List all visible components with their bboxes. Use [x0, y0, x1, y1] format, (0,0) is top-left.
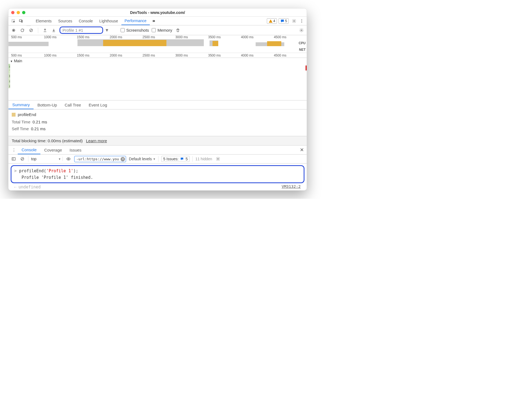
self-time-value: 0.21 ms [31, 126, 46, 131]
capture-settings-icon[interactable] [298, 27, 304, 33]
tab-performance[interactable]: Performance [121, 17, 150, 25]
sidebar-toggle-icon[interactable] [11, 156, 17, 162]
details-tabs: Summary Bottom-Up Call Tree Event Log [8, 100, 307, 109]
live-expression-icon[interactable] [65, 156, 71, 162]
filter-input[interactable] [74, 156, 126, 162]
profile-selector[interactable]: Profile 1 #1 [59, 26, 103, 34]
performance-toolbar: Profile 1 #1 ▼ Screenshots Memory [8, 25, 307, 35]
cpu-overview-chart [8, 39, 296, 46]
flame-block[interactable]: (…) [8, 64, 10, 69]
flame-block[interactable]: TJa [8, 69, 10, 73]
log-levels-dropdown[interactable]: Default levels▼ [129, 157, 156, 161]
console-filter-bar: top▼ ✕ Default levels▼ 5 Issues: 5 11 hi… [8, 155, 307, 164]
subtab-bottomup[interactable]: Bottom-Up [34, 101, 61, 109]
settings-icon[interactable] [290, 19, 298, 23]
total-time-label: Total Time [12, 120, 30, 124]
filter-input-wrap: ✕ [74, 156, 126, 162]
context-label: top [31, 157, 36, 161]
source-link[interactable]: VM3132:2 [282, 183, 301, 190]
svg-point-13 [68, 158, 69, 159]
total-time-value: 0.21 ms [32, 120, 47, 124]
subtab-eventlog[interactable]: Event Log [85, 101, 111, 109]
record-button[interactable] [11, 27, 17, 33]
main-track-label[interactable]: Main [10, 59, 22, 63]
overview-panel[interactable]: 500 ms1000 ms1500 ms2000 ms2500 ms3000 m… [8, 35, 307, 53]
overview-ruler: 500 ms1000 ms1500 ms2000 ms2500 ms3000 m… [8, 35, 307, 39]
reload-record-button[interactable] [19, 27, 25, 33]
messages-badge[interactable]: 5 [279, 18, 289, 24]
clear-button[interactable] [28, 27, 34, 33]
screenshots-label: Screenshots [126, 28, 149, 32]
devtools-window: DevTools - www.youtube.com/ Elements Sou… [8, 8, 307, 191]
svg-point-8 [13, 29, 14, 31]
subtab-calltree[interactable]: Call Tree [61, 101, 85, 109]
drawer-tabs: ⋮ Console Coverage Issues ✕ [8, 145, 307, 155]
svg-point-5 [301, 20, 302, 21]
issues-count: 5 [186, 157, 188, 161]
subtab-summary[interactable]: Summary [8, 101, 34, 109]
cpu-label: CPU [299, 41, 306, 45]
main-tab-strip: Elements Sources Console Lighthouse Perf… [8, 17, 307, 25]
warnings-count: 4 [273, 19, 275, 23]
flame-block[interactable]: b [8, 74, 10, 78]
console-return-value: undefined [8, 184, 307, 190]
levels-label: Default levels [129, 157, 152, 161]
gc-button[interactable] [175, 27, 181, 33]
console-input-line: profileEnd('Profile 1'); [14, 168, 301, 174]
kebab-menu-icon[interactable] [298, 19, 306, 23]
blocking-time-text: Total blocking time: 0.00ms (estimated) [12, 138, 83, 143]
svg-point-4 [301, 19, 302, 20]
flame-block[interactable]: (…) [8, 79, 10, 83]
issues-button[interactable]: 5 Issues: 5 [161, 156, 190, 162]
summary-pane: profileEnd Total Time0.21 ms Self Time0.… [8, 109, 307, 136]
upload-profile-button[interactable] [42, 27, 48, 33]
tab-elements[interactable]: Elements [32, 17, 55, 25]
drawer-tab-coverage[interactable]: Coverage [40, 146, 66, 154]
svg-point-6 [301, 22, 302, 23]
memory-label: Memory [157, 28, 172, 32]
clear-console-button[interactable] [19, 156, 25, 162]
svg-point-14 [217, 158, 219, 159]
drawer-menu-icon[interactable]: ⋮ [12, 147, 16, 153]
inspect-icon[interactable] [10, 19, 17, 23]
category-swatch-icon [12, 113, 16, 117]
messages-count: 5 [285, 19, 287, 23]
clear-filter-icon[interactable]: ✕ [121, 157, 125, 161]
screenshots-checkbox[interactable]: Screenshots [121, 28, 149, 32]
self-time-label: Self Time [12, 126, 29, 131]
highlighted-output: profileEnd('Profile 1'); Profile 'Profil… [11, 165, 304, 183]
memory-checkbox[interactable]: Memory [152, 28, 172, 32]
tab-lighthouse[interactable]: Lighthouse [96, 17, 121, 25]
learn-more-link[interactable]: Learn more [86, 138, 107, 143]
summary-name: profileEnd [18, 112, 36, 117]
console-message: Profile 'Profile 1' finished. [14, 174, 301, 181]
tab-console[interactable]: Console [76, 17, 96, 25]
net-label: NET [299, 48, 306, 52]
svg-rect-11 [12, 158, 15, 160]
window-title: DevTools - www.youtube.com/ [8, 10, 307, 15]
flame-selection-marker [306, 66, 307, 70]
more-tabs-icon[interactable] [150, 19, 157, 23]
console-output: profileEnd('Profile 1'); Profile 'Profil… [8, 165, 307, 190]
svg-point-3 [294, 20, 295, 22]
flame-chart[interactable]: Main (program) (a…s) (a…) (…) TJa b (…) … [8, 58, 307, 100]
close-drawer-button[interactable]: ✕ [299, 146, 305, 154]
tab-sources[interactable]: Sources [55, 17, 75, 25]
drawer-tab-issues[interactable]: Issues [66, 146, 85, 154]
warnings-badge[interactable]: 4 [267, 18, 277, 24]
dropdown-arrow-icon[interactable]: ▼ [105, 28, 109, 33]
issues-label: 5 Issues: [163, 157, 178, 161]
hidden-messages[interactable]: 11 hidden [195, 157, 212, 161]
drawer-tab-console[interactable]: Console [18, 146, 40, 154]
svg-point-10 [301, 30, 302, 31]
console-settings-icon[interactable] [215, 156, 221, 162]
device-toggle-icon[interactable] [17, 19, 25, 23]
context-selector[interactable]: top▼ [31, 157, 63, 161]
flame-block[interactable]: (…) [8, 84, 10, 88]
flame-ruler[interactable]: 500 ms1000 ms1500 ms2000 ms2500 ms3000 m… [8, 53, 307, 58]
profile-selector-label: Profile 1 #1 [62, 28, 83, 32]
blocking-time-bar: Total blocking time: 0.00ms (estimated) … [8, 136, 307, 145]
download-profile-button[interactable] [51, 27, 57, 33]
title-bar: DevTools - www.youtube.com/ [8, 8, 307, 17]
